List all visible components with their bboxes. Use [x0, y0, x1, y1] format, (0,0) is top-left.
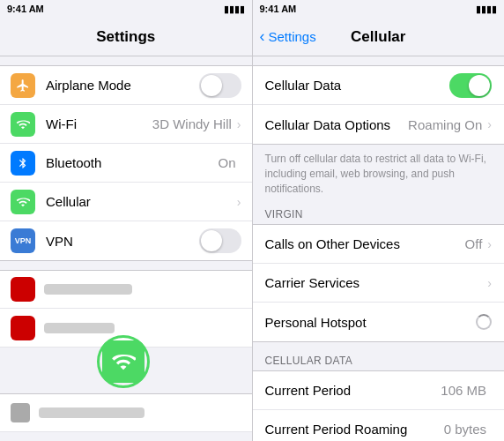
right-nav-title: Cellular [351, 28, 405, 46]
personal-hotspot-spinner [476, 314, 492, 330]
cellular-data-row[interactable]: Cellular Data [253, 66, 505, 105]
current-period-roaming-value: 0 bytes [444, 422, 486, 437]
current-period-value: 106 MB [441, 383, 486, 398]
settings-row-wifi[interactable]: Wi-Fi 3D Windy Hill › [0, 105, 252, 144]
time-left: 9:41 AM [7, 4, 44, 14]
airplane-toggle[interactable] [199, 73, 241, 98]
cellular-chevron: › [237, 195, 241, 209]
personal-hotspot-label: Personal Hotspot [265, 315, 477, 330]
right-panel: 9:41 AM ▮▮▮▮ ‹ Settings Cellular Cellula… [253, 0, 505, 441]
back-chevron-icon: ‹ [260, 27, 265, 46]
cellular-data-options-row[interactable]: Cellular Data Options Roaming On › [253, 105, 505, 144]
carrier-section: Calls on Other Devices Off › Carrier Ser… [253, 224, 505, 342]
current-period-row: Current Period 106 MB [253, 371, 505, 410]
cellular-highlight-icon [102, 340, 145, 383]
vpn-icon: VPN [11, 228, 35, 253]
left-nav-bar: Settings [0, 18, 252, 56]
cellular-data-toggle[interactable] [449, 73, 492, 98]
current-period-label: Current Period [265, 383, 441, 398]
cellular-label: Cellular [46, 194, 237, 209]
battery-right: ▮▮▮▮ [476, 4, 497, 15]
bluetooth-label: Bluetooth [46, 155, 218, 170]
blurred-row-3 [0, 393, 252, 432]
vpn-label: VPN [46, 234, 199, 249]
calls-other-devices-value: Off [465, 236, 483, 251]
blurred-text-2 [44, 323, 115, 333]
cellular-data-label: Cellular Data [265, 78, 450, 93]
right-content: Cellular Data Cellular Data Options Roam… [253, 56, 505, 441]
calls-other-devices-chevron: › [487, 237, 492, 251]
settings-row-vpn[interactable]: VPN VPN [0, 221, 252, 260]
left-panel: 9:41 AM ▮▮▮▮ Settings Airplane Mode Wi-F… [0, 0, 252, 441]
cellular-highlight-circle [97, 335, 150, 388]
cellular-main-section: Cellular Data Cellular Data Options Roam… [253, 65, 505, 145]
back-label: Settings [269, 29, 316, 44]
cellular-data-section-header: CELLULAR DATA [253, 349, 505, 370]
right-nav-bar: ‹ Settings Cellular [253, 18, 505, 56]
data-usage-section: Current Period 106 MB Current Period Roa… [253, 370, 505, 441]
personal-hotspot-row[interactable]: Personal Hotspot [253, 303, 505, 341]
carrier-services-chevron: › [487, 276, 492, 290]
blurred-text-3 [39, 407, 145, 418]
battery-left: ▮▮▮▮ [224, 4, 245, 15]
blurred-icon-3 [11, 403, 30, 422]
settings-row-cellular[interactable]: Cellular › [0, 183, 252, 221]
calls-other-devices-label: Calls on Other Devices [265, 236, 465, 251]
virgin-section-header: VIRGIN [253, 203, 505, 224]
status-bar-left: 9:41 AM ▮▮▮▮ [0, 0, 252, 18]
current-period-roaming-label: Current Period Roaming [265, 422, 444, 437]
blurred-icon-2 [11, 316, 35, 340]
cellular-data-options-chevron: › [487, 117, 492, 131]
back-button[interactable]: ‹ Settings [260, 27, 316, 46]
current-period-roaming-row: Current Period Roaming 0 bytes [253, 410, 505, 441]
airplane-icon [11, 73, 35, 98]
settings-list: Airplane Mode Wi-Fi 3D Windy Hill › Blue… [0, 65, 252, 261]
settings-row-bluetooth[interactable]: Bluetooth On [0, 144, 252, 183]
carrier-services-row[interactable]: Carrier Services › [253, 264, 505, 303]
wifi-value: 3D Windy Hill [152, 116, 232, 131]
left-nav-title: Settings [96, 28, 155, 46]
time-right: 9:41 AM [260, 4, 297, 14]
bluetooth-icon [11, 151, 35, 176]
blurred-icon-1 [11, 277, 35, 302]
blurred-row-1 [0, 270, 252, 309]
wifi-label: Wi-Fi [46, 116, 152, 131]
vpn-toggle[interactable] [199, 228, 241, 253]
bluetooth-value: On [218, 155, 235, 170]
cellular-data-options-value: Roaming On [408, 117, 482, 132]
carrier-services-label: Carrier Services [265, 275, 488, 290]
cellular-data-options-label: Cellular Data Options [265, 117, 409, 132]
bottom-blurred-rows [0, 393, 252, 432]
cellular-icon [11, 190, 35, 214]
wifi-icon [11, 112, 35, 137]
blurred-text-1 [44, 284, 132, 295]
settings-row-airplane[interactable]: Airplane Mode [0, 66, 252, 105]
status-bar-right: 9:41 AM ▮▮▮▮ [253, 0, 505, 18]
airplane-label: Airplane Mode [46, 78, 199, 93]
cellular-description: Turn off cellular data to restrict all d… [253, 145, 505, 203]
wifi-chevron: › [237, 117, 241, 131]
calls-other-devices-row[interactable]: Calls on Other Devices Off › [253, 225, 505, 264]
